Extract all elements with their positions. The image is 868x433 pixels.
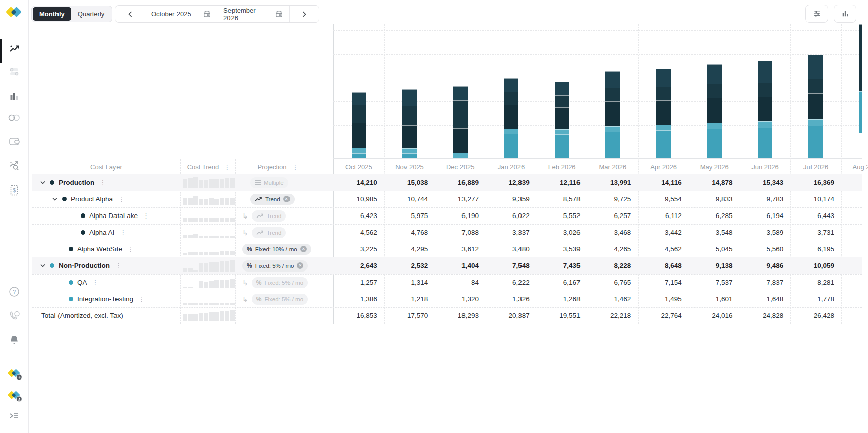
sidebar-item-bar-chart-icon[interactable] (0, 87, 28, 105)
sparkline-bar (214, 280, 219, 288)
bar-dec-2025[interactable] (453, 86, 468, 158)
projection-chip-product-alpha[interactable]: Trend✕ (250, 194, 295, 205)
inherited-arrow-icon: ↳ (242, 212, 248, 220)
calendar-icon (203, 10, 211, 18)
value-cell: 3,026 (537, 224, 588, 241)
value-cell: 1,462 (588, 291, 639, 307)
value-cell: 1,386 (333, 291, 384, 307)
bar-oct-2025[interactable] (352, 92, 366, 158)
bar-mar-2026[interactable] (605, 71, 620, 158)
row-menu-button[interactable]: ⋮ (143, 212, 149, 219)
bar-segment-alpha-website (605, 71, 620, 88)
total-row-label: Total (Amortized, excl. Tax) (41, 312, 123, 319)
sidebar-item-help-icon[interactable]: ? (0, 283, 28, 301)
range-prev-button[interactable] (115, 6, 145, 22)
projection-chip-production[interactable]: Multiple (250, 177, 288, 188)
bar-segment-alpha-ai (707, 84, 722, 98)
layer-label: Production (59, 179, 94, 186)
header-projection-menu[interactable]: ⋮ (292, 164, 298, 170)
sidebar-item-workspace-settings-logo[interactable] (0, 364, 28, 383)
bar-may-2026[interactable] (707, 64, 722, 158)
bar-jul-2026[interactable] (808, 55, 823, 158)
bar-segment-alpha-datalake (656, 100, 671, 125)
bar-nov-2025[interactable] (402, 89, 417, 158)
sidebar-item-notifications-bell-icon[interactable] (0, 331, 28, 349)
value-cell: 3,548 (689, 224, 740, 241)
sidebar-item-collapse-menu-icon[interactable] (0, 407, 28, 425)
value-cell: 8,648 (638, 257, 689, 274)
value-cell: 9,833 (689, 191, 740, 207)
row-menu-button[interactable]: ⋮ (127, 246, 134, 252)
range-end-field[interactable]: September 2026 (217, 6, 290, 22)
projection-cell: ↳%Fixed: 5% / mo (235, 291, 333, 307)
sidebar-item-chart-search-icon[interactable] (0, 156, 28, 174)
value-cell: 1,326 (486, 291, 537, 307)
projection-chip-alpha-datalake[interactable]: Trend (252, 210, 286, 222)
row-menu-button[interactable]: ⋮ (92, 279, 99, 286)
projection-label: Fixed: 10% / mo (255, 246, 297, 252)
bar-segment-alpha-ai (605, 88, 620, 101)
bar-segment-alpha-website (758, 61, 772, 82)
value-cell: 13,991 (588, 174, 639, 191)
expand-chevron-down-icon[interactable] (40, 264, 45, 267)
remove-projection-button[interactable]: ✕ (297, 262, 303, 269)
bar-jan-2026[interactable] (504, 78, 518, 158)
layer-color-dot (81, 213, 85, 218)
projection-chip-qa[interactable]: %Fixed: 5% / mo (252, 277, 308, 288)
sidebar-item-receipt-dollar-icon[interactable]: $ (0, 181, 28, 199)
sparkline-bar (183, 287, 187, 288)
sidebar: $ ? (0, 0, 29, 433)
bar-segment-alpha-ai (402, 106, 417, 125)
tab-quarterly[interactable]: Quarterly (71, 7, 111, 21)
range-next-button[interactable] (290, 6, 319, 22)
projection-chip-non-production[interactable]: %Fixed: 5% / mo✕ (242, 260, 308, 272)
sidebar-item-wallet-icon[interactable] (0, 132, 28, 150)
range-start-field[interactable]: October 2025 (145, 6, 217, 22)
expand-chevron-down-icon[interactable] (52, 197, 57, 201)
percent-icon: % (247, 262, 252, 269)
value-cell: 7,537 (689, 274, 740, 291)
sparkline-bar (188, 198, 193, 205)
sidebar-item-support-phone-icon[interactable] (0, 307, 28, 325)
value-cell: 8,578 (537, 191, 588, 207)
row-menu-button[interactable]: ⋮ (138, 296, 145, 302)
projection-chip-alpha-ai[interactable]: Trend (252, 227, 286, 238)
row-menu-button[interactable]: ⋮ (118, 196, 125, 202)
row-menu-button[interactable]: ⋮ (120, 229, 126, 236)
cost-trend-sparkline (183, 176, 235, 188)
row-menu-button[interactable]: ⋮ (115, 262, 122, 269)
view-granularity-toggle: Monthly Quarterly (31, 6, 112, 22)
remove-projection-button[interactable]: ✕ (283, 196, 290, 202)
header-cost-trend-menu[interactable]: ⋮ (224, 164, 230, 170)
filter-settings-button[interactable] (805, 5, 828, 23)
value-cell: 14,210 (333, 174, 384, 191)
value-cell: 4,295 (384, 241, 435, 257)
value-cell: 6,257 (588, 207, 639, 224)
value-cell: 7,088 (435, 224, 486, 241)
chart-type-button[interactable] (834, 5, 856, 23)
sparkline-bar (204, 218, 208, 222)
sidebar-item-toggles-icon[interactable] (0, 63, 28, 81)
month-header-may-2026: May 2026 (689, 159, 740, 174)
tab-monthly[interactable]: Monthly (33, 7, 71, 21)
sidebar-item-workspace-account-logo[interactable] (0, 386, 28, 404)
sparkline-bar (220, 303, 224, 305)
bar-feb-2026[interactable] (555, 82, 569, 158)
sparkline-bar (225, 218, 229, 222)
projection-chip-alpha-website[interactable]: %Fixed: 10% / mo✕ (242, 244, 311, 255)
row-name-cell: QA⋮ (32, 274, 99, 291)
bar-apr-2026[interactable] (656, 69, 671, 158)
remove-projection-button[interactable]: ✕ (300, 246, 307, 252)
sparkline-bar (193, 234, 198, 238)
bar-jun-2026[interactable] (758, 61, 772, 158)
percent-icon: % (256, 296, 262, 303)
trend-icon (255, 197, 262, 202)
sidebar-item-infinity-icon[interactable] (0, 109, 28, 127)
projection-cell: ↳Trend (235, 224, 333, 241)
row-menu-button[interactable]: ⋮ (99, 179, 106, 186)
sidebar-item-trend-analytics-icon[interactable] (0, 40, 28, 58)
projection-chip-integration-testing[interactable]: %Fixed: 5% / mo (252, 294, 308, 305)
expand-chevron-down-icon[interactable] (40, 181, 45, 184)
sparkline-bar (230, 279, 235, 288)
sparkline-bar (199, 180, 203, 188)
